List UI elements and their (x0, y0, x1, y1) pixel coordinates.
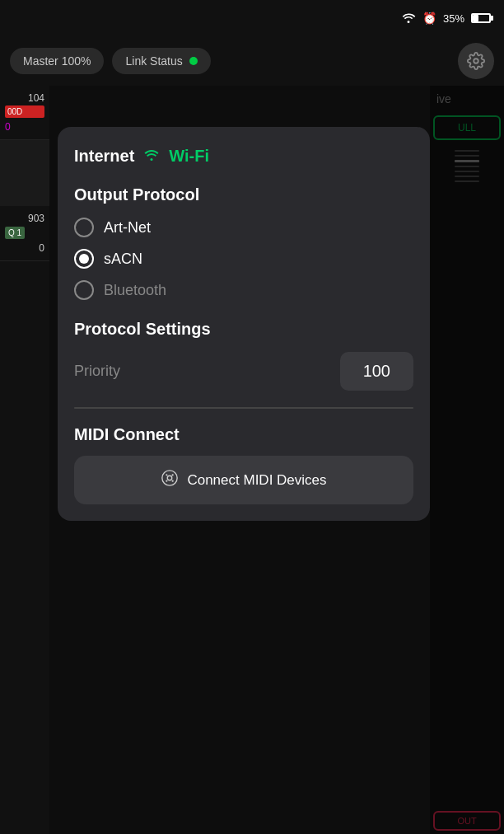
radio-artnet-circle (74, 218, 94, 237)
output-protocol-title: Output Protocol (74, 185, 413, 204)
midi-connect-section: MIDI Connect Connect MIDI Devices (74, 425, 413, 504)
status-bar: ⏰ 35% (0, 0, 504, 36)
master-button[interactable]: Master 100% (10, 48, 104, 74)
midi-icon (161, 469, 179, 491)
wifi-label: Wi-Fi (169, 147, 209, 166)
protocol-settings-section: Protocol Settings Priority 100 (74, 320, 413, 391)
radio-bluetooth-label: Bluetooth (104, 282, 166, 299)
section-divider (74, 407, 413, 409)
svg-point-6 (172, 480, 174, 482)
settings-modal: Internet Wi-Fi Output Protocol Art-Net (58, 127, 430, 521)
link-active-dot (189, 57, 198, 65)
midi-connect-title: MIDI Connect (74, 425, 413, 444)
protocol-settings-title: Protocol Settings (74, 320, 413, 339)
strip-item-903: 903 Q 1 0 (0, 206, 49, 261)
midi-connect-btn-label: Connect MIDI Devices (187, 472, 326, 489)
radio-sacn[interactable]: sACN (74, 249, 413, 269)
wifi-status-icon (401, 12, 416, 26)
top-toolbar: Master 100% Link Status (0, 36, 504, 86)
battery-percent: 35% (443, 12, 464, 25)
battery-icon (471, 13, 491, 23)
internet-label: Internet (74, 147, 134, 166)
wifi-icon (142, 148, 161, 165)
midi-connect-button[interactable]: Connect MIDI Devices (74, 456, 413, 504)
strip-item-104: 104 00D 0 (0, 86, 49, 140)
svg-point-0 (474, 59, 478, 63)
svg-point-3 (166, 474, 168, 476)
link-status-button[interactable]: Link Status (112, 48, 210, 74)
radio-bluetooth-circle (74, 280, 94, 300)
svg-point-2 (168, 476, 173, 480)
priority-label: Priority (74, 363, 120, 380)
alarm-icon: ⏰ (422, 12, 436, 25)
radio-sacn-circle (74, 249, 94, 269)
priority-value[interactable]: 100 (340, 352, 413, 391)
radio-bluetooth[interactable]: Bluetooth (74, 280, 413, 300)
left-strip: 104 00D 0 903 Q 1 0 (0, 86, 49, 834)
output-protocol-section: Output Protocol Art-Net sACN Bluetooth (74, 185, 413, 300)
internet-row: Internet Wi-Fi (74, 147, 413, 166)
radio-artnet[interactable]: Art-Net (74, 218, 413, 237)
radio-artnet-label: Art-Net (104, 219, 151, 237)
gear-button[interactable] (458, 43, 494, 79)
priority-row: Priority 100 (74, 352, 413, 391)
svg-point-4 (172, 474, 174, 476)
modal-overlay: Internet Wi-Fi Output Protocol Art-Net (49, 86, 504, 834)
radio-sacn-inner (79, 254, 89, 264)
radio-sacn-label: sACN (104, 251, 142, 268)
link-status-label: Link Status (125, 54, 182, 68)
svg-point-1 (162, 471, 177, 485)
svg-point-5 (166, 480, 168, 482)
